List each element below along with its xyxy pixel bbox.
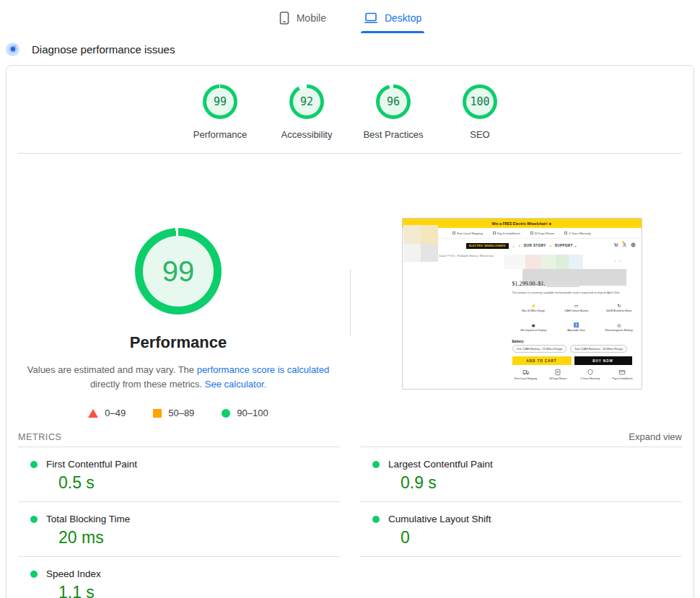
best-practices-score: 96: [376, 84, 411, 119]
legend-average: 50–89: [153, 408, 194, 418]
metrics-header: METRICS Expand view: [6, 423, 694, 442]
brake-icon: ◎: [617, 323, 621, 328]
metric-value: 0: [401, 528, 682, 548]
performance-score-gauge[interactable]: 99: [203, 84, 237, 119]
summary-section: 99 Performance Values are estimated and …: [6, 154, 694, 423]
metrics-grid: First Contentful Paint 0.5 s Total Block…: [6, 447, 694, 598]
battery-icon: ▭: [574, 304, 579, 309]
legend-pass: 90–100: [222, 408, 268, 418]
redacted-price-block: [546, 281, 579, 287]
tab-mobile-label: Mobile: [297, 12, 326, 24]
metric-row-tbt: Total Blocking Time 20 ms: [18, 502, 340, 557]
site-logo: ELECTRIC WHEELCHAIRS: [466, 243, 509, 249]
battery-option-label: Battery:: [512, 340, 525, 343]
metric-value: 0.5 s: [58, 473, 340, 493]
score-disclaimer: Values are estimated and may vary. The p…: [22, 363, 335, 392]
cart-badge: [622, 241, 624, 243]
performance-heading: Performance: [130, 333, 227, 352]
user-icon: [622, 242, 627, 247]
site-nav-bar: ELECTRIC WHEELCHAIRS ⌄ OUR STORY SUPPORT…: [403, 239, 642, 252]
performance-score: 99: [203, 84, 237, 119]
metric-row-cls: Cumulative Layout Shift 0: [360, 502, 682, 557]
metric-row-lcp: Largest Contentful Paint 0.9 s: [360, 447, 682, 502]
joystick-icon: ◉: [532, 323, 535, 328]
truck-icon: [522, 369, 530, 376]
product-price: $1,299.00–$1,: [512, 281, 579, 287]
tab-desktop[interactable]: Desktop: [361, 9, 424, 33]
mobile-phone-icon: [279, 12, 290, 25]
see-calculator-link[interactable]: See calculator.: [205, 379, 266, 390]
performance-summary-column: 99 Performance Values are estimated and …: [6, 154, 350, 423]
orange-square-icon: [153, 409, 162, 418]
final-screenshot-thumbnail[interactable]: Win a FREE Electric Wheelchair! ★ Free L…: [402, 218, 642, 390]
globe-icon: [631, 242, 636, 247]
shield-icon: [587, 369, 594, 376]
pass-dot-icon: [372, 516, 380, 523]
accessibility-score: 92: [289, 84, 324, 119]
carousel-arrows: ‹ ›: [615, 258, 623, 263]
metric-value: 0.9 s: [401, 473, 682, 493]
tab-mobile[interactable]: Mobile: [276, 9, 329, 33]
page-title: Diagnose performance issues: [32, 43, 175, 56]
product-features-grid: ⚡Max 30 Miles Range ▭12AH Lithium Batter…: [512, 298, 641, 337]
tab-desktop-label: Desktop: [385, 12, 421, 24]
score-calc-link[interactable]: performance score is calculated: [197, 364, 330, 375]
column-divider: [350, 269, 351, 335]
image-placeholder: [525, 255, 541, 269]
expand-view-button[interactable]: Expand view: [629, 431, 682, 442]
seo-score-gauge[interactable]: 100: [463, 84, 497, 119]
metric-row-fcp: First Contentful Paint 0.5 s: [18, 447, 340, 502]
category-label: Best Practices: [363, 129, 423, 140]
image-placeholder: [556, 255, 569, 269]
site-utility-bar: Free Local Shipping Pay In Installment 3…: [403, 228, 642, 239]
category-label: Performance: [193, 129, 247, 140]
category-accessibility: 92 Accessibility: [271, 84, 343, 140]
overlay-placeholder-blocks: [403, 225, 438, 262]
best-practices-score-gauge[interactable]: 96: [376, 84, 411, 119]
lighthouse-report-card: 99 Performance 92 Accessibility 96 Best …: [6, 65, 694, 598]
pass-dot-icon: [30, 571, 38, 578]
metrics-title: METRICS: [18, 432, 61, 442]
metric-row-speed-index: Speed Index 1.1 s: [18, 557, 340, 598]
main-performance-score: 99: [135, 228, 222, 315]
red-triangle-icon: [88, 409, 98, 418]
legend-fail: 0–49: [88, 408, 126, 418]
category-label: SEO: [470, 129, 489, 140]
site-promo-banner: Win a FREE Electric Wheelchair! ★: [403, 219, 642, 228]
section-header: Diagnose performance issues: [0, 33, 700, 59]
purchase-perks-row: Free Local Shipping 30 Days Return 5 Yea…: [511, 369, 638, 380]
image-placeholder: [504, 255, 525, 269]
desktop-laptop-icon: [364, 12, 378, 25]
accessibility-score-gauge[interactable]: 92: [289, 84, 324, 119]
seat-icon: ♿: [574, 323, 579, 328]
green-circle-icon: [222, 409, 230, 418]
metric-value: 20 ms: [58, 528, 340, 548]
return-icon: [554, 369, 561, 376]
motor-icon: ↻: [617, 304, 621, 309]
category-label: Accessibility: [281, 129, 333, 140]
add-to-cart-button: ADD TO CART: [512, 356, 572, 365]
seo-score: 100: [463, 84, 497, 119]
battery-option-pill: One 12AH Battery - 15 Miles Range: [512, 345, 567, 353]
category-score-strip: 99 Performance 92 Accessibility 96 Best …: [6, 66, 694, 153]
buy-now-button: BUY NOW: [574, 356, 632, 365]
credit-card-icon: [618, 369, 626, 376]
battery-option-pill: Two 12AH Batteries - 30 Miles Range: [570, 345, 627, 353]
range-icon: ⚡: [530, 304, 536, 309]
cart-icon: [613, 242, 618, 247]
site-nav-icons: [613, 242, 636, 247]
battery-options: One 12AH Battery - 15 Miles Range Two 12…: [512, 345, 628, 353]
category-best-practices: 96 Best Practices: [357, 84, 429, 140]
score-legend: 0–49 50–89 90–100: [88, 408, 268, 418]
metrics-left-column: First Contentful Paint 0.5 s Total Block…: [18, 447, 340, 598]
metric-value: 1.1 s: [58, 583, 340, 598]
pass-dot-icon: [30, 461, 38, 468]
main-performance-gauge[interactable]: 99: [135, 228, 222, 315]
product-buttons: ADD TO CART BUY NOW: [512, 356, 632, 365]
pass-dot-icon: [30, 516, 38, 523]
screenshot-column: Win a FREE Electric Wheelchair! ★ Free L…: [350, 154, 694, 423]
availability-note: The product is currently available for b…: [512, 291, 639, 294]
device-tabs: Mobile Desktop: [0, 0, 700, 33]
metrics-right-column: Largest Contentful Paint 0.9 s Cumulativ…: [360, 447, 682, 598]
category-seo: 100 SEO: [444, 84, 516, 140]
